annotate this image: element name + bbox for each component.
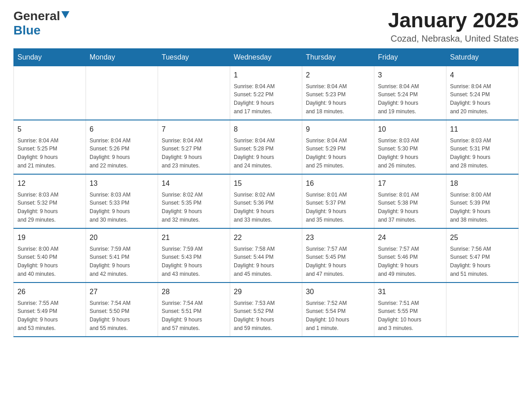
day-info: Sunrise: 8:01 AM Sunset: 5:37 PM Dayligh… bbox=[306, 192, 347, 223]
header-monday: Monday bbox=[86, 48, 158, 66]
day-info: Sunrise: 7:54 AM Sunset: 5:51 PM Dayligh… bbox=[162, 300, 202, 331]
day-number: 22 bbox=[234, 232, 298, 243]
table-row: 10Sunrise: 8:03 AM Sunset: 5:30 PM Dayli… bbox=[374, 120, 446, 174]
day-number: 13 bbox=[90, 178, 154, 189]
table-row: 24Sunrise: 7:57 AM Sunset: 5:46 PM Dayli… bbox=[374, 228, 446, 283]
table-row: 22Sunrise: 7:58 AM Sunset: 5:44 PM Dayli… bbox=[230, 228, 302, 283]
table-row: 13Sunrise: 8:03 AM Sunset: 5:33 PM Dayli… bbox=[86, 174, 158, 228]
day-info: Sunrise: 7:57 AM Sunset: 5:46 PM Dayligh… bbox=[378, 246, 419, 277]
day-number: 6 bbox=[90, 124, 154, 135]
page-header: General Blue January 2025 Cozad, Nebrask… bbox=[13, 9, 519, 44]
table-row: 21Sunrise: 7:59 AM Sunset: 5:43 PM Dayli… bbox=[158, 228, 230, 283]
calendar-week-row: 1Sunrise: 8:04 AM Sunset: 5:22 PM Daylig… bbox=[14, 66, 519, 120]
day-number: 4 bbox=[450, 70, 515, 81]
day-info: Sunrise: 8:03 AM Sunset: 5:32 PM Dayligh… bbox=[17, 192, 58, 223]
table-row: 1Sunrise: 8:04 AM Sunset: 5:22 PM Daylig… bbox=[230, 66, 302, 120]
day-number: 8 bbox=[234, 124, 298, 135]
logo: General Blue bbox=[13, 9, 69, 38]
table-row: 30Sunrise: 7:52 AM Sunset: 5:54 PM Dayli… bbox=[302, 283, 374, 337]
day-info: Sunrise: 7:58 AM Sunset: 5:44 PM Dayligh… bbox=[234, 246, 275, 277]
header-thursday: Thursday bbox=[302, 48, 374, 66]
title-section: January 2025 Cozad, Nebraska, United Sta… bbox=[388, 9, 519, 44]
table-row: 27Sunrise: 7:54 AM Sunset: 5:50 PM Dayli… bbox=[86, 283, 158, 337]
day-info: Sunrise: 8:01 AM Sunset: 5:38 PM Dayligh… bbox=[378, 192, 419, 223]
table-row bbox=[86, 66, 158, 120]
table-row: 4Sunrise: 8:04 AM Sunset: 5:24 PM Daylig… bbox=[446, 66, 519, 120]
day-number: 26 bbox=[17, 287, 82, 297]
day-number: 28 bbox=[162, 287, 226, 297]
day-number: 3 bbox=[378, 70, 442, 81]
day-number: 27 bbox=[90, 287, 154, 297]
day-number: 9 bbox=[306, 124, 370, 135]
day-number: 23 bbox=[306, 232, 370, 243]
day-info: Sunrise: 8:04 AM Sunset: 5:28 PM Dayligh… bbox=[234, 137, 275, 169]
table-row: 7Sunrise: 8:04 AM Sunset: 5:27 PM Daylig… bbox=[158, 120, 230, 174]
day-number: 29 bbox=[234, 287, 298, 297]
table-row: 25Sunrise: 7:56 AM Sunset: 5:47 PM Dayli… bbox=[446, 228, 519, 283]
day-info: Sunrise: 8:02 AM Sunset: 5:36 PM Dayligh… bbox=[234, 192, 275, 223]
day-info: Sunrise: 8:04 AM Sunset: 5:23 PM Dayligh… bbox=[306, 83, 347, 115]
day-number: 11 bbox=[450, 124, 515, 135]
logo-general-text: General bbox=[13, 9, 60, 23]
table-row: 9Sunrise: 8:04 AM Sunset: 5:29 PM Daylig… bbox=[302, 120, 374, 174]
day-info: Sunrise: 8:03 AM Sunset: 5:30 PM Dayligh… bbox=[378, 137, 419, 169]
day-info: Sunrise: 7:59 AM Sunset: 5:41 PM Dayligh… bbox=[90, 246, 130, 277]
table-row: 18Sunrise: 8:00 AM Sunset: 5:39 PM Dayli… bbox=[446, 174, 519, 228]
logo-arrow-icon bbox=[61, 11, 69, 21]
day-info: Sunrise: 7:53 AM Sunset: 5:52 PM Dayligh… bbox=[234, 300, 275, 331]
table-row: 31Sunrise: 7:51 AM Sunset: 5:55 PM Dayli… bbox=[374, 283, 446, 337]
day-number: 15 bbox=[234, 178, 298, 189]
day-info: Sunrise: 7:51 AM Sunset: 5:55 PM Dayligh… bbox=[378, 300, 421, 331]
calendar-week-row: 26Sunrise: 7:55 AM Sunset: 5:49 PM Dayli… bbox=[14, 283, 519, 337]
calendar-table: Sunday Monday Tuesday Wednesday Thursday… bbox=[13, 48, 519, 337]
day-info: Sunrise: 8:04 AM Sunset: 5:24 PM Dayligh… bbox=[450, 83, 491, 115]
table-row: 3Sunrise: 8:04 AM Sunset: 5:24 PM Daylig… bbox=[374, 66, 446, 120]
day-number: 12 bbox=[17, 178, 82, 189]
day-number: 5 bbox=[17, 124, 82, 135]
day-info: Sunrise: 8:04 AM Sunset: 5:29 PM Dayligh… bbox=[306, 137, 347, 169]
day-info: Sunrise: 7:57 AM Sunset: 5:45 PM Dayligh… bbox=[306, 246, 347, 277]
day-number: 7 bbox=[162, 124, 226, 135]
day-number: 31 bbox=[378, 287, 442, 297]
day-info: Sunrise: 8:04 AM Sunset: 5:26 PM Dayligh… bbox=[90, 137, 130, 169]
header-tuesday: Tuesday bbox=[158, 48, 230, 66]
table-row: 5Sunrise: 8:04 AM Sunset: 5:25 PM Daylig… bbox=[14, 120, 86, 174]
day-number: 14 bbox=[162, 178, 226, 189]
day-number: 18 bbox=[450, 178, 515, 189]
day-info: Sunrise: 8:04 AM Sunset: 5:24 PM Dayligh… bbox=[378, 83, 419, 115]
table-row: 2Sunrise: 8:04 AM Sunset: 5:23 PM Daylig… bbox=[302, 66, 374, 120]
calendar-title: January 2025 bbox=[388, 9, 519, 32]
day-info: Sunrise: 7:55 AM Sunset: 5:49 PM Dayligh… bbox=[17, 300, 58, 331]
table-row: 17Sunrise: 8:01 AM Sunset: 5:38 PM Dayli… bbox=[374, 174, 446, 228]
day-info: Sunrise: 8:03 AM Sunset: 5:33 PM Dayligh… bbox=[90, 192, 130, 223]
day-number: 25 bbox=[450, 232, 515, 243]
table-row: 12Sunrise: 8:03 AM Sunset: 5:32 PM Dayli… bbox=[14, 174, 86, 228]
day-number: 21 bbox=[162, 232, 226, 243]
table-row bbox=[446, 283, 519, 337]
day-number: 10 bbox=[378, 124, 442, 135]
table-row: 29Sunrise: 7:53 AM Sunset: 5:52 PM Dayli… bbox=[230, 283, 302, 337]
calendar-week-row: 19Sunrise: 8:00 AM Sunset: 5:40 PM Dayli… bbox=[14, 228, 519, 283]
day-info: Sunrise: 8:00 AM Sunset: 5:40 PM Dayligh… bbox=[17, 246, 58, 277]
table-row: 15Sunrise: 8:02 AM Sunset: 5:36 PM Dayli… bbox=[230, 174, 302, 228]
header-friday: Friday bbox=[374, 48, 446, 66]
table-row: 28Sunrise: 7:54 AM Sunset: 5:51 PM Dayli… bbox=[158, 283, 230, 337]
day-info: Sunrise: 8:04 AM Sunset: 5:27 PM Dayligh… bbox=[162, 137, 202, 169]
day-number: 19 bbox=[17, 232, 82, 243]
header-saturday: Saturday bbox=[446, 48, 519, 66]
calendar-subtitle: Cozad, Nebraska, United States bbox=[388, 34, 519, 44]
table-row: 6Sunrise: 8:04 AM Sunset: 5:26 PM Daylig… bbox=[86, 120, 158, 174]
header-wednesday: Wednesday bbox=[230, 48, 302, 66]
table-row: 11Sunrise: 8:03 AM Sunset: 5:31 PM Dayli… bbox=[446, 120, 519, 174]
table-row: 16Sunrise: 8:01 AM Sunset: 5:37 PM Dayli… bbox=[302, 174, 374, 228]
table-row: 23Sunrise: 7:57 AM Sunset: 5:45 PM Dayli… bbox=[302, 228, 374, 283]
table-row bbox=[14, 66, 86, 120]
day-number: 20 bbox=[90, 232, 154, 243]
day-info: Sunrise: 8:04 AM Sunset: 5:22 PM Dayligh… bbox=[234, 83, 275, 115]
calendar-week-row: 12Sunrise: 8:03 AM Sunset: 5:32 PM Dayli… bbox=[14, 174, 519, 228]
calendar-week-row: 5Sunrise: 8:04 AM Sunset: 5:25 PM Daylig… bbox=[14, 120, 519, 174]
day-info: Sunrise: 7:54 AM Sunset: 5:50 PM Dayligh… bbox=[90, 300, 130, 331]
table-row: 19Sunrise: 8:00 AM Sunset: 5:40 PM Dayli… bbox=[14, 228, 86, 283]
svg-marker-0 bbox=[61, 11, 69, 18]
table-row: 14Sunrise: 8:02 AM Sunset: 5:35 PM Dayli… bbox=[158, 174, 230, 228]
